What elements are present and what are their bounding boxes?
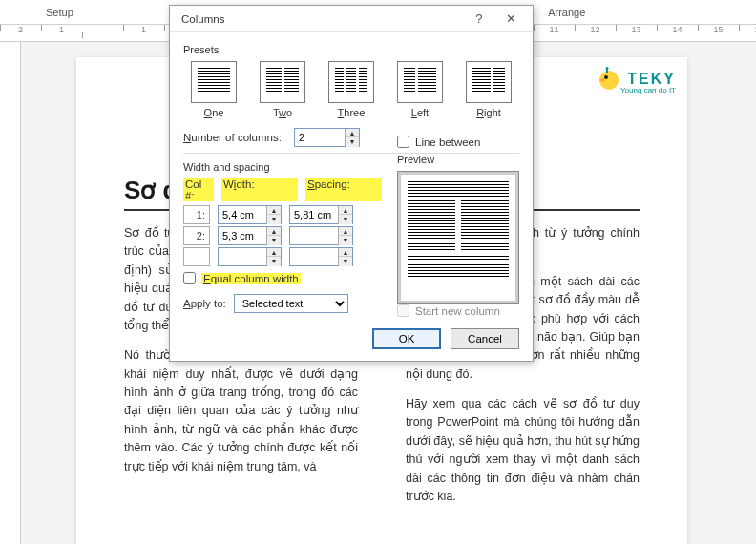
width-input[interactable]: ▲▼ xyxy=(218,226,282,245)
columns-dialog: Columns ? ✕ Presets One Two Three Left xyxy=(169,5,534,362)
preset-label: ne xyxy=(212,107,223,118)
ok-button[interactable]: OK xyxy=(372,328,441,349)
dialog-titlebar[interactable]: Columns ? ✕ xyxy=(170,6,533,32)
num-columns-input[interactable]: ▲▼ xyxy=(294,128,360,147)
spin-down-icon[interactable]: ▼ xyxy=(339,236,352,245)
preview-label: Preview xyxy=(397,154,519,165)
preset-three[interactable]: Three xyxy=(325,61,378,118)
spacing-input[interactable]: ▲▼ xyxy=(289,205,353,224)
spin-down-icon[interactable]: ▼ xyxy=(267,215,281,224)
apply-to-select[interactable]: Selected text xyxy=(234,294,348,313)
vertical-ruler xyxy=(0,42,21,544)
col-number: 1: xyxy=(183,205,210,224)
spin-down-icon[interactable]: ▼ xyxy=(267,257,281,266)
paragraph: Nó thường được tạo ra xung quanh một khá… xyxy=(124,346,358,476)
spin-up-icon[interactable]: ▲ xyxy=(339,227,352,237)
preview-pane xyxy=(397,171,519,304)
presets-label: Presets xyxy=(183,44,519,55)
line-between-label: Line between xyxy=(415,136,480,148)
spacing-input[interactable]: ▲▼ xyxy=(289,226,353,245)
cancel-button[interactable]: Cancel xyxy=(451,328,519,349)
spin-up-icon[interactable]: ▲ xyxy=(267,206,281,216)
dialog-title: Columns xyxy=(181,13,224,25)
spin-down-icon[interactable]: ▼ xyxy=(267,236,281,245)
apply-to-label: Apply to: xyxy=(183,298,226,309)
spin-down-icon[interactable]: ▼ xyxy=(346,137,359,147)
spacing-input[interactable]: ▲▼ xyxy=(289,247,353,266)
col-number xyxy=(183,247,210,266)
equal-width-checkbox[interactable] xyxy=(183,272,196,284)
num-columns-label: Number of columns: xyxy=(183,132,288,143)
spin-up-icon[interactable]: ▲ xyxy=(267,248,281,258)
preset-right[interactable]: Right xyxy=(462,61,515,118)
col-number: 2: xyxy=(183,226,210,245)
preset-two[interactable]: Two xyxy=(256,61,309,118)
preset-one[interactable]: One xyxy=(187,61,241,118)
spin-up-icon[interactable]: ▲ xyxy=(346,129,359,138)
svg-point-1 xyxy=(604,75,608,79)
spin-down-icon[interactable]: ▼ xyxy=(339,215,352,224)
ribbon-group-setup: Setup xyxy=(8,7,112,18)
preset-left[interactable]: Left xyxy=(393,61,447,118)
width-header: Width: xyxy=(221,178,298,201)
spin-up-icon[interactable]: ▲ xyxy=(267,227,281,237)
spin-up-icon[interactable]: ▲ xyxy=(339,248,352,258)
duck-icon xyxy=(595,67,623,92)
col-num-header: Col #: xyxy=(183,178,214,201)
spin-up-icon[interactable]: ▲ xyxy=(339,206,352,216)
spin-down-icon[interactable]: ▼ xyxy=(339,257,352,266)
spacing-header: Spacing: xyxy=(305,178,382,201)
equal-width-label: Equal column width xyxy=(201,273,301,284)
line-between-checkbox[interactable] xyxy=(397,136,410,148)
close-icon[interactable]: ✕ xyxy=(496,11,525,26)
width-input[interactable]: ▲▼ xyxy=(218,205,282,224)
width-input[interactable]: ▲▼ xyxy=(218,247,282,266)
svg-point-3 xyxy=(606,67,609,70)
paragraph: Hãy xem qua các cách vẽ sơ đồ tư duy tro… xyxy=(406,395,640,506)
start-new-column-label: Start new column xyxy=(415,305,500,317)
logo-tagline: Young can do IT xyxy=(620,86,676,94)
start-new-column-checkbox xyxy=(397,304,410,317)
help-icon[interactable]: ? xyxy=(465,11,494,26)
